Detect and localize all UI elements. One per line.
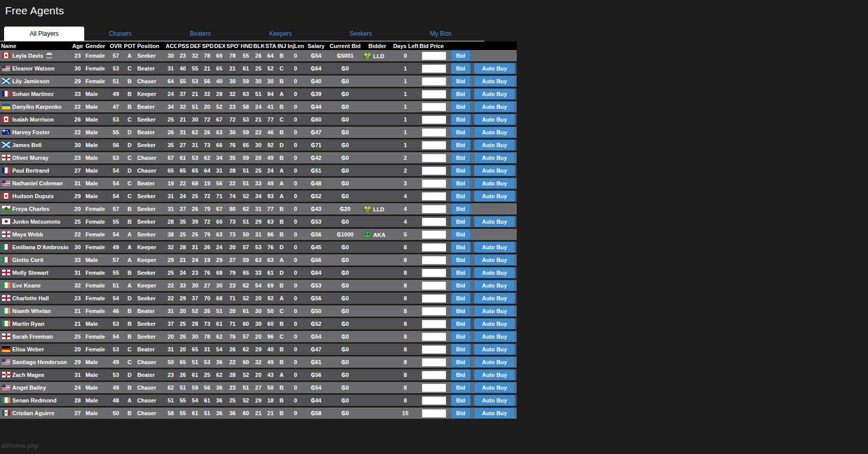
- auto-buy-button[interactable]: Auto Buy: [474, 267, 515, 278]
- auto-buy-button[interactable]: Auto Buy: [474, 190, 515, 202]
- bid-price-input[interactable]: [422, 179, 446, 188]
- column-header-current-bid: Current Bid: [328, 41, 363, 50]
- bid-button[interactable]: Bid: [451, 63, 471, 74]
- bid-button[interactable]: Bid: [451, 127, 471, 138]
- player-name: James Bell: [12, 142, 41, 148]
- bid-price-input[interactable]: [422, 218, 446, 226]
- auto-buy-button[interactable]: Auto Buy: [474, 293, 515, 304]
- auto-buy-button[interactable]: Auto Buy: [474, 88, 515, 100]
- bid-price-input[interactable]: [422, 230, 446, 239]
- bid-button[interactable]: Bid: [451, 178, 471, 189]
- auto-buy-button[interactable]: Auto Buy: [474, 395, 515, 406]
- cell-position: Chaser: [136, 395, 165, 408]
- bid-button[interactable]: Bid: [451, 114, 471, 125]
- bid-button[interactable]: Bid: [451, 216, 471, 227]
- bid-button[interactable]: Bid: [451, 344, 471, 355]
- bid-price-input[interactable]: [422, 166, 446, 175]
- bid-button[interactable]: Bid: [451, 395, 471, 406]
- bid-button[interactable]: Bid: [451, 305, 471, 317]
- auto-buy-button[interactable]: Auto Buy: [474, 280, 515, 291]
- bid-button[interactable]: Bid: [451, 267, 471, 278]
- bid-price-input[interactable]: [422, 52, 446, 60]
- bid-price-input[interactable]: [422, 358, 446, 367]
- bid-button[interactable]: Bid: [451, 254, 471, 266]
- cell-bidder: [363, 293, 392, 305]
- bid-price-input[interactable]: [422, 205, 446, 213]
- player-name: Danylko Karpenko: [12, 104, 62, 110]
- bid-button[interactable]: Bid: [451, 139, 471, 151]
- auto-buy-button[interactable]: Auto Buy: [474, 318, 515, 329]
- bid-price-input[interactable]: [422, 281, 446, 290]
- bid-price-input[interactable]: [422, 294, 446, 303]
- auto-buy-button[interactable]: Auto Buy: [474, 382, 515, 393]
- bid-button[interactable]: Bid: [451, 318, 471, 329]
- bid-button[interactable]: Bid: [451, 50, 471, 61]
- bid-button[interactable]: Bid: [451, 369, 471, 380]
- tab-beaters[interactable]: Beaters: [160, 27, 240, 41]
- cell-spd: 78: [201, 331, 213, 344]
- bid-button[interactable]: Bid: [451, 242, 471, 253]
- tab-my-bids[interactable]: My Bids: [401, 27, 481, 41]
- bid-price-input[interactable]: [422, 243, 446, 252]
- bid-price-input[interactable]: [422, 269, 446, 277]
- bid-button[interactable]: Bid: [451, 229, 471, 240]
- auto-buy-button[interactable]: Auto Buy: [474, 139, 515, 151]
- bid-price-input[interactable]: [422, 256, 446, 265]
- bid-price-input[interactable]: [422, 103, 446, 111]
- auto-buy-button[interactable]: Auto Buy: [474, 63, 515, 74]
- bid-price-input[interactable]: [422, 320, 446, 328]
- bid-button[interactable]: Bid: [451, 408, 471, 419]
- bid-price-input[interactable]: [422, 128, 446, 137]
- bid-price-input[interactable]: [422, 371, 446, 379]
- bid-button[interactable]: Bid: [451, 331, 471, 342]
- auto-buy-button[interactable]: Auto Buy: [474, 242, 515, 253]
- tab-chasers[interactable]: Chasers: [80, 27, 160, 41]
- auto-buy-button[interactable]: Auto Buy: [474, 76, 515, 87]
- auto-buy-button[interactable]: Auto Buy: [474, 127, 515, 138]
- bid-price-input[interactable]: [422, 64, 446, 73]
- cell-position: Chaser: [136, 152, 165, 165]
- bid-button[interactable]: Bid: [451, 293, 471, 304]
- auto-buy-button[interactable]: Auto Buy: [474, 114, 515, 125]
- bid-button[interactable]: Bid: [451, 76, 471, 87]
- auto-buy-button[interactable]: Auto Buy: [474, 344, 515, 355]
- auto-buy-button[interactable]: Auto Buy: [474, 408, 515, 419]
- bid-price-input[interactable]: [422, 396, 446, 405]
- bid-price-input[interactable]: [422, 345, 446, 354]
- bid-button[interactable]: Bid: [451, 165, 471, 176]
- tab-all-players[interactable]: All Players: [4, 27, 84, 41]
- bid-price-input[interactable]: [422, 332, 446, 341]
- bid-price-input[interactable]: [422, 154, 446, 162]
- bid-price-input[interactable]: [422, 115, 446, 124]
- bid-button[interactable]: Bid: [451, 88, 471, 100]
- bid-button[interactable]: Bid: [451, 203, 471, 214]
- auto-buy-button[interactable]: Auto Buy: [474, 101, 515, 112]
- auto-buy-button[interactable]: Auto Buy: [474, 305, 515, 317]
- bid-price-input[interactable]: [422, 192, 446, 201]
- auto-buy-button[interactable]: Auto Buy: [474, 369, 515, 380]
- auto-buy-button[interactable]: Auto Buy: [474, 152, 515, 163]
- auto-buy-button[interactable]: Auto Buy: [474, 356, 515, 368]
- bid-button[interactable]: Bid: [451, 280, 471, 291]
- bid-button[interactable]: Bid: [451, 152, 471, 163]
- auto-buy-button[interactable]: Auto Buy: [474, 254, 515, 266]
- bid-button[interactable]: Bid: [451, 101, 471, 112]
- bid-button[interactable]: Bid: [451, 190, 471, 202]
- bid-price-input[interactable]: [422, 141, 446, 150]
- auto-buy-button[interactable]: Auto Buy: [474, 216, 515, 227]
- bid-price-input[interactable]: [422, 409, 446, 418]
- bid-button[interactable]: Bid: [451, 356, 471, 368]
- bid-price-input[interactable]: [422, 90, 446, 99]
- auto-buy-button[interactable]: Auto Buy: [474, 178, 515, 189]
- cell-acc: 22: [164, 293, 177, 305]
- bid-price-input[interactable]: [422, 77, 446, 86]
- tab-keepers[interactable]: Keepers: [240, 27, 321, 41]
- auto-buy-button[interactable]: Auto Buy: [474, 165, 515, 176]
- cell-age: 27: [71, 408, 85, 420]
- auto-buy-button[interactable]: Auto Buy: [474, 331, 515, 342]
- bid-price-input[interactable]: [422, 307, 446, 316]
- table-row: Santiago Henderson 29 Male 49 C Chaser 5…: [0, 356, 517, 369]
- bid-button[interactable]: Bid: [451, 382, 471, 393]
- bid-price-input[interactable]: [422, 384, 446, 392]
- tab-seekers[interactable]: Seekers: [321, 27, 401, 41]
